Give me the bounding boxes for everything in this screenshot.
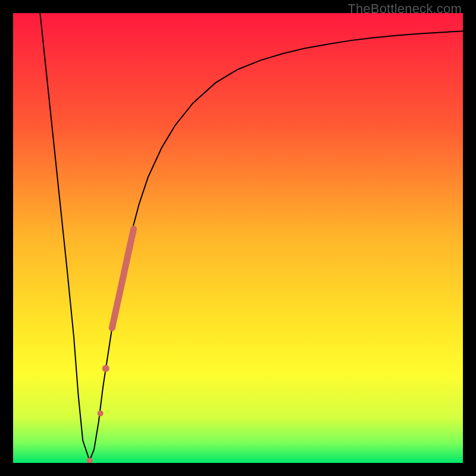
gradient-background: [13, 13, 463, 463]
chart-svg: [13, 13, 463, 463]
highlight-dot-upper: [98, 411, 104, 416]
watermark-text: TheBottleneck.com: [347, 1, 462, 17]
highlight-dot-lower: [102, 365, 109, 372]
chart-frame: TheBottleneck.com: [0, 0, 476, 476]
plot-area: [13, 13, 463, 463]
